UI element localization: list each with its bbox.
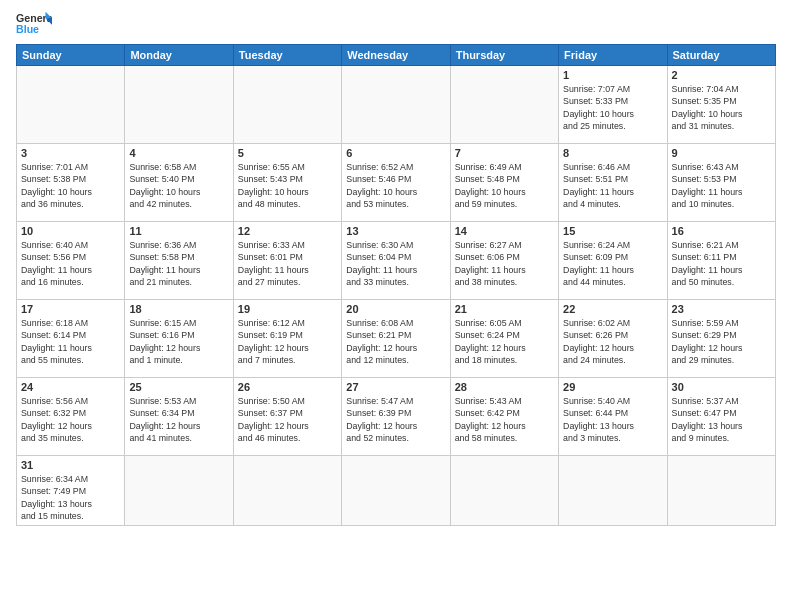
day-number: 29 [563,381,662,393]
weekday-header-row: Sunday Monday Tuesday Wednesday Thursday… [17,45,776,66]
day-info: Sunrise: 6:55 AM Sunset: 5:43 PM Dayligh… [238,161,337,210]
day-info: Sunrise: 7:01 AM Sunset: 5:38 PM Dayligh… [21,161,120,210]
day-info: Sunrise: 5:40 AM Sunset: 6:44 PM Dayligh… [563,395,662,444]
table-row [17,66,125,144]
general-blue-logo-icon: General Blue [16,10,52,38]
day-number: 14 [455,225,554,237]
day-info: Sunrise: 6:40 AM Sunset: 5:56 PM Dayligh… [21,239,120,288]
day-number: 31 [21,459,120,471]
table-row: 4Sunrise: 6:58 AM Sunset: 5:40 PM Daylig… [125,144,233,222]
day-number: 7 [455,147,554,159]
header-thursday: Thursday [450,45,558,66]
table-row [342,66,450,144]
header-sunday: Sunday [17,45,125,66]
table-row [233,66,341,144]
table-row: 27Sunrise: 5:47 AM Sunset: 6:39 PM Dayli… [342,378,450,456]
day-number: 30 [672,381,771,393]
header-saturday: Saturday [667,45,775,66]
table-row: 29Sunrise: 5:40 AM Sunset: 6:44 PM Dayli… [559,378,667,456]
header-monday: Monday [125,45,233,66]
day-number: 18 [129,303,228,315]
day-number: 19 [238,303,337,315]
calendar-week-row: 3Sunrise: 7:01 AM Sunset: 5:38 PM Daylig… [17,144,776,222]
table-row [125,456,233,526]
day-number: 2 [672,69,771,81]
table-row: 16Sunrise: 6:21 AM Sunset: 6:11 PM Dayli… [667,222,775,300]
day-info: Sunrise: 6:18 AM Sunset: 6:14 PM Dayligh… [21,317,120,366]
table-row: 26Sunrise: 5:50 AM Sunset: 6:37 PM Dayli… [233,378,341,456]
table-row: 24Sunrise: 5:56 AM Sunset: 6:32 PM Dayli… [17,378,125,456]
calendar-page: General Blue Sunday Monday Tuesday Wedne… [0,0,792,536]
table-row: 30Sunrise: 5:37 AM Sunset: 6:47 PM Dayli… [667,378,775,456]
table-row: 3Sunrise: 7:01 AM Sunset: 5:38 PM Daylig… [17,144,125,222]
day-info: Sunrise: 6:02 AM Sunset: 6:26 PM Dayligh… [563,317,662,366]
table-row: 9Sunrise: 6:43 AM Sunset: 5:53 PM Daylig… [667,144,775,222]
day-info: Sunrise: 6:52 AM Sunset: 5:46 PM Dayligh… [346,161,445,210]
day-number: 13 [346,225,445,237]
table-row: 11Sunrise: 6:36 AM Sunset: 5:58 PM Dayli… [125,222,233,300]
day-number: 20 [346,303,445,315]
day-number: 26 [238,381,337,393]
table-row: 5Sunrise: 6:55 AM Sunset: 5:43 PM Daylig… [233,144,341,222]
day-number: 4 [129,147,228,159]
table-row: 6Sunrise: 6:52 AM Sunset: 5:46 PM Daylig… [342,144,450,222]
day-info: Sunrise: 6:58 AM Sunset: 5:40 PM Dayligh… [129,161,228,210]
table-row [559,456,667,526]
day-number: 28 [455,381,554,393]
day-info: Sunrise: 5:47 AM Sunset: 6:39 PM Dayligh… [346,395,445,444]
day-info: Sunrise: 6:43 AM Sunset: 5:53 PM Dayligh… [672,161,771,210]
day-info: Sunrise: 6:12 AM Sunset: 6:19 PM Dayligh… [238,317,337,366]
table-row: 23Sunrise: 5:59 AM Sunset: 6:29 PM Dayli… [667,300,775,378]
day-number: 16 [672,225,771,237]
day-number: 1 [563,69,662,81]
day-info: Sunrise: 6:34 AM Sunset: 7:49 PM Dayligh… [21,473,120,522]
table-row: 14Sunrise: 6:27 AM Sunset: 6:06 PM Dayli… [450,222,558,300]
table-row [342,456,450,526]
table-row [233,456,341,526]
calendar-week-row: 10Sunrise: 6:40 AM Sunset: 5:56 PM Dayli… [17,222,776,300]
table-row: 25Sunrise: 5:53 AM Sunset: 6:34 PM Dayli… [125,378,233,456]
table-row: 17Sunrise: 6:18 AM Sunset: 6:14 PM Dayli… [17,300,125,378]
table-row [125,66,233,144]
table-row [450,456,558,526]
day-info: Sunrise: 6:27 AM Sunset: 6:06 PM Dayligh… [455,239,554,288]
header-tuesday: Tuesday [233,45,341,66]
calendar-week-row: 31Sunrise: 6:34 AM Sunset: 7:49 PM Dayli… [17,456,776,526]
day-number: 8 [563,147,662,159]
day-info: Sunrise: 6:30 AM Sunset: 6:04 PM Dayligh… [346,239,445,288]
table-row [450,66,558,144]
day-number: 25 [129,381,228,393]
table-row: 12Sunrise: 6:33 AM Sunset: 6:01 PM Dayli… [233,222,341,300]
day-number: 12 [238,225,337,237]
day-info: Sunrise: 5:59 AM Sunset: 6:29 PM Dayligh… [672,317,771,366]
table-row: 20Sunrise: 6:08 AM Sunset: 6:21 PM Dayli… [342,300,450,378]
svg-text:Blue: Blue [16,23,39,35]
header-wednesday: Wednesday [342,45,450,66]
day-info: Sunrise: 6:15 AM Sunset: 6:16 PM Dayligh… [129,317,228,366]
day-number: 27 [346,381,445,393]
table-row: 22Sunrise: 6:02 AM Sunset: 6:26 PM Dayli… [559,300,667,378]
calendar-week-row: 17Sunrise: 6:18 AM Sunset: 6:14 PM Dayli… [17,300,776,378]
day-number: 6 [346,147,445,159]
table-row [667,456,775,526]
day-info: Sunrise: 5:53 AM Sunset: 6:34 PM Dayligh… [129,395,228,444]
day-info: Sunrise: 6:49 AM Sunset: 5:48 PM Dayligh… [455,161,554,210]
day-info: Sunrise: 7:04 AM Sunset: 5:35 PM Dayligh… [672,83,771,132]
logo: General Blue [16,10,52,38]
day-number: 9 [672,147,771,159]
day-info: Sunrise: 6:36 AM Sunset: 5:58 PM Dayligh… [129,239,228,288]
day-number: 24 [21,381,120,393]
day-number: 15 [563,225,662,237]
calendar-table: Sunday Monday Tuesday Wednesday Thursday… [16,44,776,526]
day-info: Sunrise: 6:24 AM Sunset: 6:09 PM Dayligh… [563,239,662,288]
table-row: 10Sunrise: 6:40 AM Sunset: 5:56 PM Dayli… [17,222,125,300]
day-number: 10 [21,225,120,237]
table-row: 19Sunrise: 6:12 AM Sunset: 6:19 PM Dayli… [233,300,341,378]
day-info: Sunrise: 6:08 AM Sunset: 6:21 PM Dayligh… [346,317,445,366]
day-info: Sunrise: 5:43 AM Sunset: 6:42 PM Dayligh… [455,395,554,444]
table-row: 1Sunrise: 7:07 AM Sunset: 5:33 PM Daylig… [559,66,667,144]
day-number: 11 [129,225,228,237]
table-row: 13Sunrise: 6:30 AM Sunset: 6:04 PM Dayli… [342,222,450,300]
day-number: 3 [21,147,120,159]
day-info: Sunrise: 6:05 AM Sunset: 6:24 PM Dayligh… [455,317,554,366]
